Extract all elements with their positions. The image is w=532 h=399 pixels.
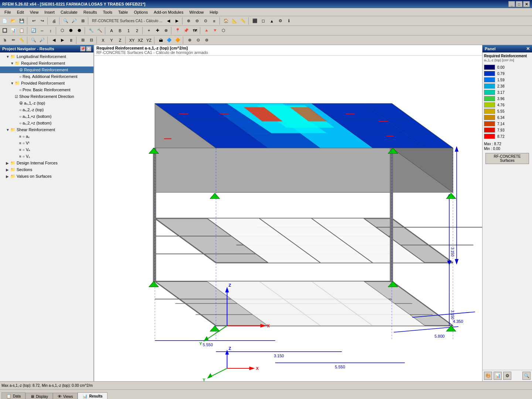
legend-row: 8.72 xyxy=(484,133,531,139)
tree-req-additional[interactable]: ○ Req. Additional Reinforcement xyxy=(0,73,93,80)
navigator-header: Project Navigator - Results 📌 ✕ xyxy=(0,45,93,52)
tree-req-reinf-item[interactable]: ⦿ Required Reinforcement xyxy=(0,66,93,73)
legend-value: 1.59 xyxy=(497,78,504,82)
svg-text:X: X xyxy=(267,324,270,328)
svg-text:X: X xyxy=(256,366,259,371)
legend-color-swatch xyxy=(484,102,495,108)
legend-row: 4.76 xyxy=(484,102,531,108)
legend-row: 1.59 xyxy=(484,77,531,83)
tree-longitudinal[interactable]: ▼ 📁 Longitudinal Reinforcement xyxy=(0,53,93,60)
tree-vn[interactable]: ≡ ○ Vₙ xyxy=(0,146,93,153)
panel-chart-btn[interactable]: 📊 xyxy=(494,372,502,380)
tree-vs[interactable]: ≡ ○ Vₛ xyxy=(0,153,93,160)
menu-view[interactable]: View xyxy=(27,9,42,15)
menu-calculate[interactable]: Calculate xyxy=(58,9,81,15)
close-button[interactable]: ✕ xyxy=(523,1,530,7)
menu-options[interactable]: Options xyxy=(131,9,151,15)
navigator-controls[interactable]: 📌 ✕ xyxy=(80,46,91,51)
tree-as1z-bottom[interactable]: ○ aₛ,1,+z (bottom) xyxy=(0,113,93,120)
toolbar-2: 🔲 📊 📋 🔄 ↔ ↕ ⬡ ⬢ ⬣ 🔧 🔨 A B 1 2 ⌖ ✚ ⊗ 📍 📌 … xyxy=(0,26,532,35)
menu-help[interactable]: Help xyxy=(207,9,221,15)
legend-value: 0.79 xyxy=(497,72,504,76)
svg-marker-113 xyxy=(455,146,458,152)
svg-text:5.800: 5.800 xyxy=(434,334,445,338)
toolbar-3: 🖱 ✏ 📏 🔍 🔎 ◀ ▶ ⏸ ⊞ ⊟ X Y Z XY XZ YZ 🏔 🔷 🔶… xyxy=(0,35,532,45)
tree-show-dir[interactable]: ☑ Show Reinforcement Direction xyxy=(0,93,93,100)
panel-max: Max : 8.72 xyxy=(484,142,531,146)
panel-content-title: Required Reinforcement xyxy=(484,54,531,58)
panel-title: Panel xyxy=(485,47,495,51)
tab-data[interactable]: 📋 Data xyxy=(1,392,25,399)
maximize-button[interactable]: □ xyxy=(516,1,522,7)
titlebar-controls[interactable]: _ □ ✕ xyxy=(508,1,530,7)
new-btn[interactable]: 📄 xyxy=(1,17,9,25)
panel-icon-bar: 🎨 📊 ⚙ 🔍 xyxy=(482,370,532,381)
minimize-button[interactable]: _ xyxy=(508,1,515,7)
nav-close-btn[interactable]: ✕ xyxy=(86,46,91,51)
tree-as2z-bottom[interactable]: ○ aₛ,2,+z (bottom) xyxy=(0,120,93,126)
viewport-title: Required Reinforcement a-s,1,-z (top) [c… xyxy=(96,46,480,50)
panel-stats: Max : 8.72 Min : 0.00 xyxy=(484,142,531,151)
rf-concrete-surfaces-button[interactable]: RF-CONCRETE Surfaces xyxy=(485,153,529,164)
nav-next[interactable]: ▶ xyxy=(173,17,181,25)
legend-color-swatch xyxy=(484,109,495,114)
open-btn[interactable]: 📂 xyxy=(9,17,17,25)
tree-as1z-top[interactable]: ⦿ aₛ,1,-z (top) xyxy=(0,100,93,106)
viewport[interactable]: Required Reinforcement a-s,1,-z (top) [c… xyxy=(94,45,482,381)
print-btn[interactable]: 🖨 xyxy=(50,17,58,25)
legend-value: 7.14 xyxy=(497,122,504,126)
tab-views[interactable]: 👁 Views xyxy=(53,393,78,399)
panel-zoom-btn[interactable]: 🔍 xyxy=(522,372,531,380)
zoom-in-btn[interactable]: 🔍 xyxy=(62,17,70,25)
undo-btn[interactable]: ↩ xyxy=(30,17,38,25)
tab-display[interactable]: 🖥 Display xyxy=(25,393,53,399)
redo-btn[interactable]: ↪ xyxy=(38,17,46,25)
tree-av[interactable]: ≡ ○ aᵥ xyxy=(0,133,93,140)
svg-text:Z: Z xyxy=(229,346,231,351)
menu-insert[interactable]: Insert xyxy=(41,9,58,15)
legend-row: 0.79 xyxy=(484,71,531,76)
zoom-out-btn[interactable]: 🔎 xyxy=(70,17,78,25)
views-tab-icon: 👁 xyxy=(58,394,62,399)
tree-as2z-top[interactable]: ○ aₛ,2,-z (top) xyxy=(0,106,93,113)
panel-content: Required Reinforcement aₛ,1,-z (top) [cm… xyxy=(482,52,532,370)
tree-shear[interactable]: ▼ 📁 Shear Reinforcement xyxy=(0,126,93,133)
legend-color-swatch xyxy=(484,90,495,95)
menu-results[interactable]: Results xyxy=(81,9,100,15)
panel-settings-btn[interactable]: ⚙ xyxy=(503,372,511,380)
tree-prov-basic[interactable]: ○ Prov. Basic Reinforcement xyxy=(0,86,93,93)
save-btn[interactable]: 💾 xyxy=(18,17,26,25)
tree-values-surfaces[interactable]: ▶ 📁 Values on Surfaces xyxy=(0,173,93,180)
legend-row: 7.14 xyxy=(484,121,531,127)
svg-text:3.150: 3.150 xyxy=(450,310,454,320)
panel-header: Panel ✕ xyxy=(482,45,532,52)
panel-max-value: 8.72 xyxy=(494,142,501,146)
nav-pin-btn[interactable]: 📌 xyxy=(80,46,85,51)
titlebar: RFEM 5.26.02 x64 - [SIE001-0221 FARMACIA… xyxy=(0,0,532,8)
menu-file[interactable]: File xyxy=(1,9,14,15)
tree-design-forces[interactable]: ▶ 📁 Design Internal Forces xyxy=(0,160,93,166)
panel-min-value: 0.00 xyxy=(493,147,500,151)
menu-table[interactable]: Table xyxy=(115,9,131,15)
req-reinf-label: Required Reinforcement xyxy=(24,68,68,72)
canvas-area[interactable]: 3.150 3.150 5.550 3.150 5.550 5.800 4.35… xyxy=(94,59,482,381)
menu-window[interactable]: Window xyxy=(186,9,207,15)
menu-edit[interactable]: Edit xyxy=(14,9,27,15)
legend-row: 2.38 xyxy=(484,83,531,89)
tree-req-reinf-folder[interactable]: ▼ 📁 Required Reinforcement xyxy=(0,60,93,66)
legend-row: 0.00 xyxy=(484,64,531,70)
tree-sections[interactable]: ▶ 📁 Sections xyxy=(0,166,93,173)
tree-vc[interactable]: ≡ ○ Vᶜ xyxy=(0,140,93,146)
menu-tools[interactable]: Tools xyxy=(100,9,115,15)
panel-min: Min : 0.00 xyxy=(484,147,531,151)
legend-row: 6.34 xyxy=(484,115,531,120)
fit-btn[interactable]: ⊞ xyxy=(79,17,87,25)
panel-close-btn[interactable]: ✕ xyxy=(526,46,530,51)
tab-results[interactable]: 📊 Results xyxy=(78,392,107,399)
bottom-tabs: 📋 Data 🖥 Display 👁 Views 📊 Results xyxy=(0,389,532,399)
tree-prov-reinf-folder[interactable]: ▼ 📁 Provided Reinforcement xyxy=(0,80,93,86)
menu-addon[interactable]: Add-on Modules xyxy=(151,9,186,15)
panel-color-btn[interactable]: 🎨 xyxy=(484,372,492,380)
window-title: RFEM 5.26.02 x64 - [SIE001-0221 FARMACIA… xyxy=(2,2,145,6)
nav-prev[interactable]: ◀ xyxy=(164,17,173,25)
